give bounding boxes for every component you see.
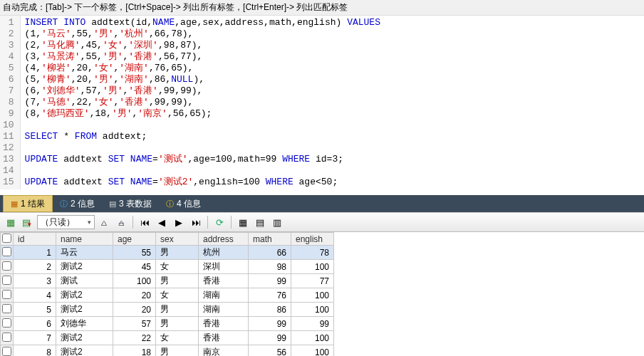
cell-english[interactable]: 100: [291, 260, 334, 274]
column-sex[interactable]: sex: [156, 233, 199, 246]
column-english[interactable]: english: [291, 233, 334, 246]
text-view-icon[interactable]: ▥: [269, 214, 285, 230]
prev-page-icon[interactable]: ◀: [154, 214, 170, 230]
cell-name[interactable]: 刘德华: [56, 317, 113, 331]
row-checkbox[interactable]: [2, 290, 11, 299]
tab-2[interactable]: ▤3 表数据: [102, 195, 159, 212]
cell-address[interactable]: 深圳: [199, 260, 249, 274]
table-row[interactable]: 6刘德华57男香港9999: [1, 317, 334, 331]
row-checkbox[interactable]: [2, 247, 11, 256]
cell-age[interactable]: 20: [113, 288, 156, 303]
form-view-icon[interactable]: ▤: [252, 214, 268, 230]
row-checkbox[interactable]: [2, 276, 11, 285]
cell-id[interactable]: 5: [14, 303, 56, 317]
column-id[interactable]: id: [14, 233, 56, 246]
cell-id[interactable]: 2: [14, 260, 56, 274]
cell-name[interactable]: 测试2: [56, 260, 113, 274]
cell-english[interactable]: 100: [291, 303, 334, 317]
cell-english[interactable]: 99: [291, 317, 334, 331]
cell-english[interactable]: 78: [291, 246, 334, 260]
grid-view-icon[interactable]: ▦: [235, 214, 251, 230]
cell-math[interactable]: 86: [249, 303, 291, 317]
result-grid[interactable]: idnameagesexaddressmathenglish 1马云55男杭州6…: [0, 232, 334, 356]
cell-english[interactable]: 77: [291, 274, 334, 288]
cell-name[interactable]: 测试2: [56, 345, 113, 357]
cell-math[interactable]: 99: [249, 331, 291, 345]
cell-age[interactable]: 57: [113, 317, 156, 331]
cell-age[interactable]: 100: [113, 274, 156, 288]
cell-english[interactable]: 100: [291, 345, 334, 357]
cell-id[interactable]: 3: [14, 274, 56, 288]
column-address[interactable]: address: [199, 233, 249, 246]
row-checkbox[interactable]: [2, 318, 11, 328]
cell-math[interactable]: 98: [249, 260, 291, 274]
select-all-checkbox[interactable]: [2, 234, 11, 243]
column-math[interactable]: math: [249, 233, 291, 246]
cell-id[interactable]: 8: [14, 345, 56, 357]
cell-math[interactable]: 66: [249, 246, 291, 260]
cell-age[interactable]: 20: [113, 303, 156, 317]
cell-address[interactable]: 杭州: [199, 246, 249, 260]
row-checkbox[interactable]: [2, 347, 11, 356]
cell-sex[interactable]: 男: [156, 246, 199, 260]
cell-id[interactable]: 6: [14, 317, 56, 331]
cell-address[interactable]: 南京: [199, 345, 249, 357]
row-checkbox[interactable]: [2, 304, 11, 313]
cell-age[interactable]: 22: [113, 331, 156, 345]
cell-sex[interactable]: 男: [156, 317, 199, 331]
column-name[interactable]: name: [56, 233, 113, 246]
cell-address[interactable]: 香港: [199, 274, 249, 288]
cell-address[interactable]: 湖南: [199, 288, 249, 303]
cell-address[interactable]: 香港: [199, 331, 249, 345]
cell-sex[interactable]: 女: [156, 260, 199, 274]
table-row[interactable]: 8测试218男南京56100: [1, 345, 334, 357]
cell-english[interactable]: 100: [291, 288, 334, 303]
next-page-icon[interactable]: ▶: [171, 214, 187, 230]
table-row[interactable]: 3测试100男香港9977: [1, 274, 334, 288]
last-page-icon[interactable]: ⏭: [188, 214, 204, 230]
sql-editor[interactable]: 123456789101112131415 INSERT INTO addtex…: [0, 16, 644, 189]
row-checkbox[interactable]: [2, 261, 11, 271]
cell-math[interactable]: 99: [249, 317, 291, 331]
cell-english[interactable]: 100: [291, 331, 334, 345]
cell-sex[interactable]: 男: [156, 303, 199, 317]
cell-math[interactable]: 76: [249, 288, 291, 303]
add-row-icon[interactable]: ▦: [3, 214, 19, 230]
cell-id[interactable]: 4: [14, 288, 56, 303]
table-row[interactable]: 5测试220男湖南86100: [1, 303, 334, 317]
cell-name[interactable]: 测试: [56, 274, 113, 288]
cell-name[interactable]: 测试2: [56, 303, 113, 317]
cell-math[interactable]: 99: [249, 274, 291, 288]
tab-3[interactable]: ⓘ4 信息: [159, 195, 208, 212]
cell-sex[interactable]: 女: [156, 288, 199, 303]
column-age[interactable]: age: [113, 233, 156, 246]
cell-id[interactable]: 1: [14, 246, 56, 260]
cell-sex[interactable]: 女: [156, 331, 199, 345]
cell-name[interactable]: 测试2: [56, 331, 113, 345]
cell-name[interactable]: 马云: [56, 246, 113, 260]
tab-1[interactable]: ⓘ2 信息: [53, 195, 102, 212]
row-checkbox[interactable]: [2, 333, 11, 342]
cell-name[interactable]: 测试2: [56, 288, 113, 303]
readonly-mode-combo[interactable]: （只读） ▾: [37, 215, 95, 229]
first-page-icon[interactable]: ⏮: [137, 214, 152, 230]
cell-sex[interactable]: 男: [156, 274, 199, 288]
tab-0[interactable]: ▦1 结果: [3, 195, 53, 212]
code-area[interactable]: INSERT INTO addtext(id,NAME,age,sex,addr…: [21, 16, 644, 189]
table-row[interactable]: 1马云55男杭州6678: [1, 246, 334, 260]
cell-id[interactable]: 7: [14, 331, 56, 345]
export-icon[interactable]: ▤▾: [20, 214, 36, 230]
cell-age[interactable]: 18: [113, 345, 156, 357]
cell-sex[interactable]: 男: [156, 345, 199, 357]
filter-icon[interactable]: 🜂: [96, 214, 112, 230]
cell-age[interactable]: 45: [113, 260, 156, 274]
cell-age[interactable]: 55: [113, 246, 156, 260]
sort-icon[interactable]: 🜁: [113, 214, 129, 230]
cell-math[interactable]: 56: [249, 345, 291, 357]
cell-address[interactable]: 湖南: [199, 303, 249, 317]
table-row[interactable]: 4测试220女湖南76100: [1, 288, 334, 303]
table-row[interactable]: 2测试245女深圳98100: [1, 260, 334, 274]
cell-address[interactable]: 香港: [199, 317, 249, 331]
table-row[interactable]: 7测试222女香港99100: [1, 331, 334, 345]
refresh-icon[interactable]: ⟳: [212, 214, 227, 230]
